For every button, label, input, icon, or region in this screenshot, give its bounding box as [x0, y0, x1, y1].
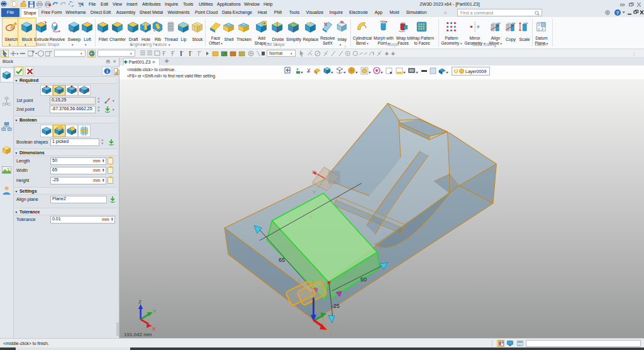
svg-text:Layer0000: Layer0000: [465, 69, 486, 74]
svg-text:?: ?: [616, 10, 619, 16]
svg-text:-25: -25: [331, 303, 340, 309]
svg-text:Y: Y: [298, 278, 301, 283]
svg-text:Y: Y: [153, 308, 157, 314]
svg-text:1: 1: [538, 27, 540, 31]
svg-text:Z: Z: [138, 299, 142, 305]
svg-text:Y: Y: [313, 189, 316, 195]
svg-text:X: X: [152, 326, 156, 332]
svg-text:65: 65: [279, 257, 285, 263]
svg-text:50: 50: [360, 276, 367, 283]
svg-text:N: N: [341, 21, 343, 24]
svg-text:X: X: [330, 332, 333, 337]
svg-text:2: 2: [541, 27, 543, 31]
svg-text:X: X: [312, 169, 316, 175]
svg-text:3: 3: [538, 23, 540, 26]
svg-text:191.042 mm: 191.042 mm: [124, 332, 152, 337]
